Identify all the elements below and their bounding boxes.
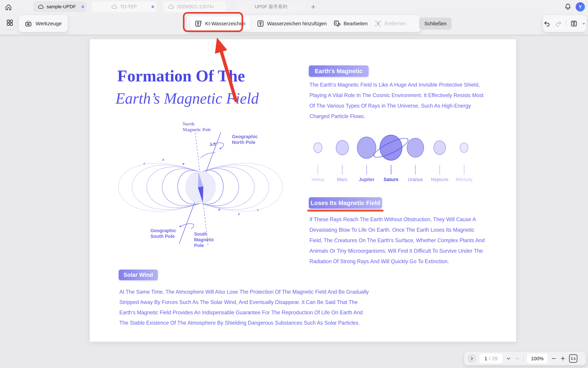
current-page: 1 [484, 356, 487, 361]
tab-label: UPDF 新手系列 [255, 4, 287, 10]
label-north-magnetic-pole: NorthMagnetic Pole [183, 121, 211, 133]
pdf-text-line: Charged Particle Flows. [309, 111, 483, 121]
planet-tick [391, 165, 391, 175]
entfernen-button[interactable]: Entfernen [374, 20, 406, 27]
pdf-text-line: Field, The Creatures On The Earth's Surf… [309, 235, 484, 246]
section-badge-solar-wind: Solar Wind [119, 269, 158, 280]
tab-label: sample-UPDF [47, 4, 76, 9]
schliessen-button[interactable]: Schließen [419, 18, 452, 30]
cloud-icon [111, 3, 118, 10]
remove-watermark-icon [374, 20, 382, 27]
section-badge-loses-field: Loses Its Magnetic Field [309, 197, 382, 209]
save-button[interactable] [570, 20, 578, 27]
planet-label: Mercury [456, 177, 473, 182]
edit-icon [333, 20, 341, 27]
save-options-button[interactable] [581, 21, 586, 26]
actual-size-button[interactable]: 1:1 [569, 354, 577, 363]
avatar[interactable]: Y [576, 2, 585, 11]
next-page-button[interactable] [506, 356, 511, 361]
pdf-text-line: Devastating Blow To Life On Earth. Once … [309, 225, 484, 235]
planet-circle [313, 142, 322, 153]
bearbeiten-label: Bearbeiten [343, 21, 368, 27]
planet-venus: Venus [306, 132, 330, 182]
tab-20250521[interactable]: 20250521-120744_Co [163, 1, 226, 12]
planets-row: VenusMarsJupiterSaturnUranusNeptuneMercu… [306, 132, 476, 182]
planet-tick [366, 165, 367, 175]
planet-label: Saturn [384, 177, 398, 182]
zoom-in-button[interactable] [560, 356, 566, 361]
redo-icon [555, 20, 562, 27]
paragraph-solar-wind: At The Same Time, The Atmosphere Will Al… [119, 286, 369, 328]
home-button[interactable] [4, 3, 13, 11]
planet-label: Neptune [431, 177, 448, 182]
notifications-button[interactable] [564, 2, 572, 11]
toolbar-separator [566, 20, 566, 27]
label-south-magnetic-pole: SouthMagneticPole [194, 231, 214, 248]
updf-app-window: sample-UPDF TD-TEP 20250521-120744_Co UP… [0, 0, 588, 368]
werkzeuge-button[interactable]: Werkzeuge [18, 15, 68, 32]
pdf-text-line: At The Same Time, The Atmosphere Will Al… [119, 286, 369, 297]
chevron-down-icon [581, 21, 586, 26]
zoom-value: 100% [531, 356, 544, 361]
entfernen-label: Entfernen [385, 21, 406, 27]
planet-label: Uranus [408, 177, 423, 182]
pdf-text-line: Of The Various Types Of Rays in The Univ… [309, 101, 483, 111]
wasserzeichen-hinzufuegen-button[interactable]: Wasserzeichen hinzufügen [257, 20, 327, 27]
pdf-title-line1: Formation Of The [117, 66, 245, 85]
planet-tick [342, 165, 342, 175]
planet-tick [464, 165, 464, 175]
label-geographic-south-pole: GeographicSouth Pole [150, 228, 176, 239]
undo-redo-save-group [543, 15, 586, 32]
ki-wasserzeichen-button[interactable]: KI-Wasserzeichen [190, 17, 250, 30]
expand-nav-button[interactable] [467, 354, 476, 363]
new-tab-button[interactable] [309, 3, 317, 11]
document-viewport[interactable]: Formation Of The Earth’s Magnetic Field … [0, 34, 588, 368]
paragraph-loses-field: If These Rays Reach The Earth Without Ob… [309, 214, 484, 267]
pdf-text-line: Radiation Of Strong Rays And Will Quickl… [309, 256, 484, 267]
unsaved-dot [151, 6, 154, 8]
minus-icon [551, 356, 557, 361]
label-geographic-north-pole: GeographicNorth Pole [232, 134, 258, 145]
tab-sample-updf[interactable]: sample-UPDF [33, 1, 87, 12]
undo-button[interactable] [543, 20, 551, 27]
pdf-text-line: If These Rays Reach The Earth Without Ob… [309, 214, 484, 225]
undo-icon [543, 20, 551, 27]
bearbeiten-button[interactable]: Bearbeiten [333, 20, 368, 27]
planet-neptune: Neptune [428, 132, 452, 182]
watermark-toolbar: KI-Wasserzeichen Wasserzeichen hinzufüge… [186, 15, 421, 32]
planet-mercury: Mercury [452, 132, 476, 182]
section-badge-earths-magnetic: Earth's Magnetic [309, 65, 369, 77]
chevron-right-icon [470, 356, 474, 361]
tab-td-tep[interactable]: TD-TEP [91, 1, 157, 12]
planet-tick [317, 165, 318, 175]
planet-mars: Mars [330, 132, 354, 182]
pdf-title-line2: Earth’s Magnetic Field [115, 90, 259, 107]
magnetic-field-diagram: NorthMagnetic Pole GeographicNorth Pole … [107, 120, 306, 253]
planet-label: Mars [337, 177, 347, 182]
bell-icon [564, 3, 572, 10]
page-number-input[interactable]: 1 / 29 [480, 354, 502, 364]
redo-button[interactable] [555, 20, 562, 27]
nav-separator [523, 356, 524, 361]
zoom-out-button[interactable] [551, 356, 557, 361]
planet-tick [439, 165, 440, 175]
planet-circle [336, 140, 349, 155]
previous-page-button[interactable] [515, 356, 520, 361]
tab-updf-series[interactable]: UPDF 新手系列 [236, 1, 306, 12]
top-tab-bar: sample-UPDF TD-TEP 20250521-120744_Co UP… [0, 0, 588, 14]
pdf-text-line: The Stable Existence Of The Atmosphere B… [119, 318, 369, 328]
planet-circle [407, 138, 424, 157]
ai-watermark-icon [195, 20, 202, 27]
planet-circle [460, 143, 468, 153]
cloud-icon [168, 3, 174, 10]
pdf-page: Formation Of The Earth’s Magnetic Field … [90, 39, 516, 342]
werkzeuge-label: Werkzeuge [35, 21, 61, 27]
sidebar-item-panels[interactable] [5, 18, 14, 27]
planet-circle [433, 140, 446, 155]
page-separator: / [489, 356, 490, 361]
zoom-level-input[interactable]: 100% [527, 354, 548, 364]
save-icon [570, 20, 578, 27]
toolbox-icon [25, 20, 32, 27]
planet-uranus: Uranus [403, 132, 428, 182]
pdf-text-line: The Earth's Magnetic Field Is Like A Hug… [309, 80, 483, 90]
